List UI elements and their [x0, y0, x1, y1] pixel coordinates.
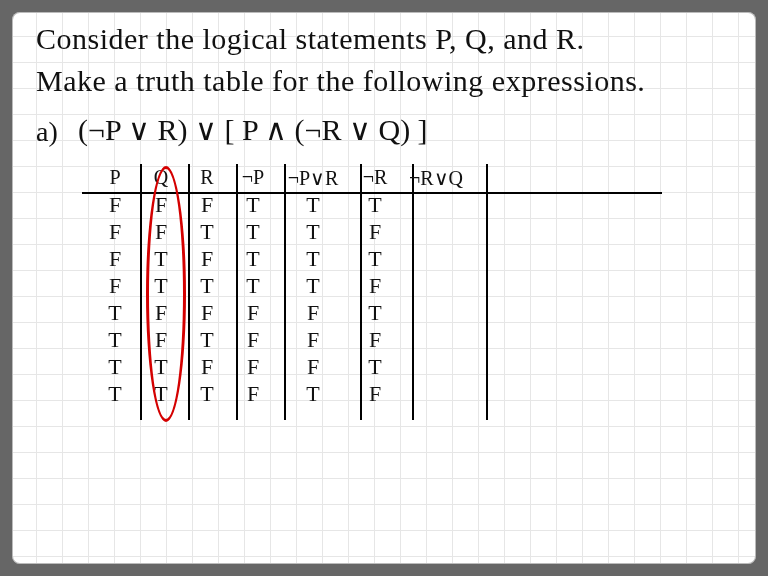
col-header: ¬P [230, 166, 276, 189]
col-header: ¬R∨Q [400, 166, 472, 190]
cell: T [184, 381, 230, 407]
cell: T [350, 300, 400, 326]
cell: F [184, 246, 230, 272]
col-header: ¬P∨R [276, 166, 350, 190]
cell: T [276, 273, 350, 299]
highlight-circle-icon [146, 166, 186, 422]
cell: T [184, 219, 230, 245]
cell: F [230, 300, 276, 326]
cell: T [276, 219, 350, 245]
cell: F [230, 381, 276, 407]
col-header: P [92, 166, 138, 189]
cell: F [276, 327, 350, 353]
cell: F [350, 327, 400, 353]
cell: T [276, 246, 350, 272]
cell: F [350, 273, 400, 299]
cell: F [92, 273, 138, 299]
app-frame: Consider the logical statements P, Q, an… [0, 0, 768, 576]
cell: F [276, 300, 350, 326]
col-header: ¬R [350, 166, 400, 189]
cell: T [350, 192, 400, 218]
cell: T [230, 192, 276, 218]
cell: T [184, 273, 230, 299]
cell: T [184, 327, 230, 353]
cell: F [92, 246, 138, 272]
cell: T [230, 219, 276, 245]
cell: F [350, 219, 400, 245]
cell: T [276, 381, 350, 407]
item-label: a) [36, 116, 58, 148]
cell: T [230, 246, 276, 272]
cell: T [92, 300, 138, 326]
cell: T [350, 354, 400, 380]
cell: F [184, 354, 230, 380]
cell: F [350, 381, 400, 407]
cell: T [92, 381, 138, 407]
expression: (¬P ∨ R) ∨ [ P ∧ (¬R ∨ Q) ] [78, 112, 428, 147]
prompt-line-2: Make a truth table for the following exp… [36, 64, 645, 98]
graph-paper: Consider the logical statements P, Q, an… [12, 12, 756, 564]
col-header: R [184, 166, 230, 189]
cell: T [276, 192, 350, 218]
prompt-line-1: Consider the logical statements P, Q, an… [36, 22, 585, 56]
cell: F [230, 327, 276, 353]
cell: T [350, 246, 400, 272]
cell: F [184, 192, 230, 218]
cell: T [230, 273, 276, 299]
cell: T [92, 354, 138, 380]
cell: F [92, 192, 138, 218]
cell: F [230, 354, 276, 380]
cell: T [92, 327, 138, 353]
cell: F [184, 300, 230, 326]
cell: F [92, 219, 138, 245]
cell: F [276, 354, 350, 380]
